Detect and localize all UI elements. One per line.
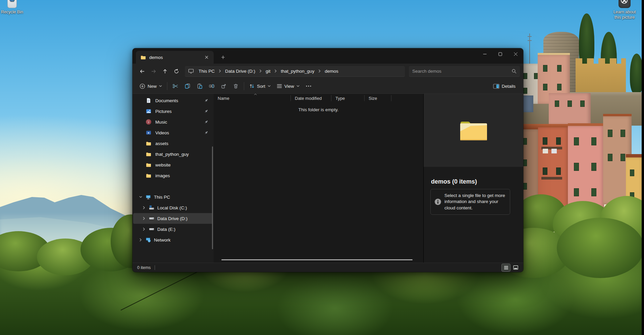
desktop-icon-recycle-bin[interactable]: ♻ Recycle Bin (0, 0, 26, 15)
chevron-down-icon (297, 85, 300, 87)
village-cypress (630, 54, 643, 94)
column-label: Date modified (295, 96, 322, 101)
tab-title: demos (149, 55, 200, 60)
details-toggle-button[interactable]: Details (490, 82, 519, 91)
sidebar-item-network[interactable]: Network (133, 234, 213, 245)
sidebar-item-local-disk-c[interactable]: Local Disk (C:) (133, 202, 213, 213)
sidebar-item-label: Music (155, 120, 200, 125)
folder-icon (146, 152, 151, 156)
new-button[interactable]: New (137, 81, 165, 91)
new-tab-button[interactable] (218, 53, 228, 62)
pin-icon (204, 109, 208, 113)
this-pc-icon (146, 195, 151, 200)
column-header-name[interactable]: Name (214, 94, 291, 103)
breadcrumb-this-pc[interactable]: This PC (196, 68, 217, 75)
sidebar-item-assets[interactable]: assets (133, 138, 213, 149)
navigation-bar: This PC Data Drive (D:) git that_python_… (132, 64, 523, 79)
search-box (409, 66, 520, 77)
refresh-button[interactable] (171, 66, 182, 77)
up-button[interactable] (159, 66, 171, 77)
tab-demos[interactable]: demos (136, 51, 214, 64)
sort-button[interactable]: Sort (246, 81, 274, 91)
column-separator[interactable] (391, 95, 391, 101)
sidebar-item-label: Documents (155, 98, 200, 103)
this-pc-icon (188, 69, 194, 74)
column-header-type[interactable]: Type (331, 94, 365, 103)
chevron-right-icon[interactable] (139, 238, 143, 242)
search-icon (512, 69, 517, 74)
cut-button[interactable] (169, 81, 181, 91)
village-antenna (529, 34, 530, 64)
sidebar-item-images[interactable]: images (133, 170, 213, 181)
sidebar-item-music[interactable]: ♪ Music (133, 117, 213, 127)
folder-icon (146, 174, 151, 178)
copy-button[interactable] (181, 81, 194, 91)
delete-button[interactable] (230, 81, 242, 91)
details-view-toggle[interactable] (502, 264, 510, 271)
minimize-icon (483, 52, 487, 56)
folder-preview-icon (459, 119, 488, 141)
share-icon (221, 83, 226, 89)
file-list-pane[interactable]: Name Date modified Type Size (214, 94, 423, 263)
share-button[interactable] (218, 81, 230, 91)
sidebar-item-data-e[interactable]: Data (E:) (133, 224, 213, 234)
sidebar-item-label: This PC (154, 195, 170, 200)
network-icon (146, 237, 151, 243)
view-button[interactable]: View (274, 82, 303, 91)
paste-button[interactable] (194, 81, 206, 91)
details-info-text: Select a single file to get more informa… (444, 193, 506, 211)
sidebar-item-data-drive-d[interactable]: Data Drive (D:) (133, 213, 213, 224)
details-view-icon (504, 266, 508, 270)
pin-icon (204, 98, 208, 103)
column-header-date-modified[interactable]: Date modified (291, 94, 331, 103)
details-pane-icon (493, 84, 499, 89)
breadcrumb-demos[interactable]: demos (322, 68, 341, 75)
chevron-right-icon[interactable] (142, 217, 146, 220)
sort-ascending-icon (254, 93, 257, 95)
toolbar-separator (244, 82, 244, 90)
breadcrumb-data-drive[interactable]: Data Drive (D:) (222, 68, 258, 75)
sidebar-item-documents[interactable]: Documents (133, 95, 213, 106)
back-button[interactable] (137, 66, 148, 77)
breadcrumb-that-python-guy[interactable]: that_python_guy (278, 68, 317, 75)
chevron-down-icon (159, 85, 162, 87)
address-bar[interactable]: This PC Data Drive (D:) git that_python_… (185, 66, 405, 77)
search-input[interactable] (412, 69, 512, 74)
horizontal-scrollbar[interactable] (221, 259, 413, 260)
window-content: Documents Pictures (132, 94, 523, 263)
column-header-size[interactable]: Size (365, 94, 391, 103)
forward-button[interactable] (148, 66, 159, 77)
desktop-icon-spotlight[interactable]: Learn about this picture (610, 0, 639, 20)
maximize-button[interactable] (492, 48, 508, 60)
rename-button[interactable] (206, 81, 218, 91)
tab-strip: demos (132, 48, 523, 64)
minimize-button[interactable] (477, 48, 492, 60)
thumbnail-view-toggle[interactable] (512, 264, 520, 271)
sidebar-scrollbar[interactable] (212, 146, 213, 249)
sidebar-item-videos[interactable]: Videos (133, 127, 213, 138)
sidebar-item-that-python-guy[interactable]: that_python_guy (133, 149, 213, 159)
sidebar-item-pictures[interactable]: Pictures (133, 106, 213, 117)
chevron-down-icon[interactable] (139, 196, 143, 198)
chevron-right-icon[interactable] (142, 206, 146, 209)
more-options-button[interactable] (303, 81, 315, 91)
close-icon (514, 52, 518, 56)
arrow-left-icon (140, 69, 145, 74)
sidebar-item-this-pc[interactable]: This PC (133, 192, 213, 202)
sort-icon (249, 83, 255, 89)
items-count: 0 items (137, 265, 151, 270)
tab-close-button[interactable] (203, 54, 210, 61)
chevron-right-icon[interactable] (142, 227, 146, 231)
plus-icon (221, 55, 225, 59)
sidebar-item-website[interactable]: website (133, 159, 213, 170)
breadcrumb-git[interactable]: git (263, 68, 273, 75)
pin-icon (204, 120, 208, 124)
cut-icon (172, 83, 178, 89)
copy-icon (185, 83, 190, 89)
close-button[interactable] (508, 48, 523, 60)
drive-icon (149, 216, 154, 221)
pin-icon (204, 131, 208, 135)
sidebar-item-label: assets (155, 141, 208, 146)
toolbar-separator (167, 82, 167, 90)
rename-icon (209, 83, 215, 89)
